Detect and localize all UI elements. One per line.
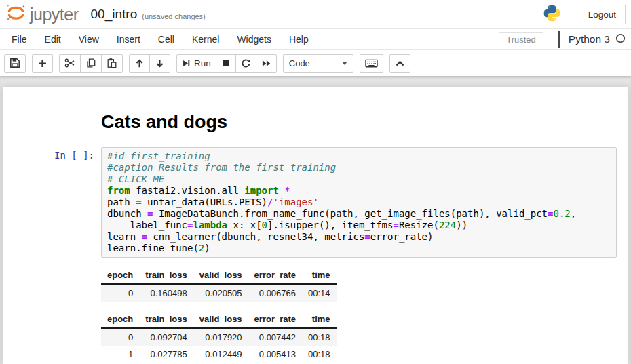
header-top-bar: jupyter 00_intro (unsaved changes) Logou… bbox=[0, 0, 631, 28]
table-cell: 0.007442 bbox=[248, 328, 302, 346]
training-results-table-1: epochtrain_lossvalid_losserror_ratetime … bbox=[101, 266, 337, 302]
restart-run-all-button[interactable] bbox=[256, 54, 277, 73]
column-header: epoch bbox=[101, 266, 139, 284]
table-cell: 00:18 bbox=[302, 328, 337, 346]
checkpoint-status: (unsaved changes) bbox=[142, 12, 206, 20]
notebook-title[interactable]: 00_intro bbox=[91, 7, 138, 22]
cell-type-dropdown[interactable]: Code bbox=[283, 54, 353, 73]
column-header: train_loss bbox=[139, 266, 193, 284]
table-header-row: epochtrain_lossvalid_losserror_ratetime bbox=[101, 266, 337, 284]
code-line[interactable]: path = untar_data(URLs.PETS)/'images' bbox=[107, 197, 613, 208]
menu-item-kernel[interactable]: Kernel bbox=[183, 29, 228, 49]
table-cell: 0.092704 bbox=[139, 328, 193, 346]
python-logo-icon bbox=[543, 4, 561, 25]
menu-item-help[interactable]: Help bbox=[280, 29, 318, 49]
paste-icon bbox=[107, 58, 117, 68]
cut-button[interactable] bbox=[59, 54, 81, 73]
code-line[interactable]: label_func=lambda x: x[0].isupper(), ite… bbox=[107, 220, 613, 231]
restart-kernel-button[interactable] bbox=[235, 54, 256, 73]
run-button[interactable]: Run bbox=[176, 54, 216, 73]
column-header: time bbox=[302, 266, 337, 284]
menu-item-edit[interactable]: Edit bbox=[36, 29, 70, 49]
interrupt-kernel-button[interactable] bbox=[216, 54, 236, 73]
copy-button[interactable] bbox=[80, 54, 102, 73]
menu-item-file[interactable]: File bbox=[3, 29, 36, 49]
column-header: time bbox=[302, 310, 337, 328]
trusted-button[interactable]: Trusted bbox=[499, 32, 543, 47]
menubar: File Edit View Insert Cell Kernel Widget… bbox=[0, 28, 631, 50]
table-cell: 0 bbox=[101, 328, 139, 346]
fast-forward-icon bbox=[261, 58, 271, 68]
collapse-toolbar-button[interactable] bbox=[389, 54, 410, 73]
column-header: valid_loss bbox=[193, 266, 248, 284]
save-icon bbox=[9, 58, 20, 68]
column-header: train_loss bbox=[139, 310, 193, 328]
notebook-header: jupyter 00_intro (unsaved changes) Logou… bbox=[0, 0, 631, 76]
training-results-table-2: epochtrain_lossvalid_losserror_ratetime … bbox=[101, 310, 337, 363]
move-cell-down-button[interactable] bbox=[149, 54, 170, 73]
column-header: valid_loss bbox=[193, 310, 248, 328]
menu-item-view[interactable]: View bbox=[70, 29, 108, 49]
table-cell: 0.027785 bbox=[139, 346, 193, 363]
jupyter-logo-icon bbox=[5, 3, 26, 26]
jupyter-wordmark: jupyter bbox=[30, 5, 79, 24]
table-row: 00.1604980.0205050.00676600:14 bbox=[101, 284, 337, 302]
page-title: Cats and dogs bbox=[101, 112, 617, 132]
input-prompt: In [ ]: bbox=[3, 147, 101, 258]
table-cell: 0.012449 bbox=[193, 346, 248, 363]
save-button[interactable] bbox=[4, 54, 26, 73]
toolbar: Run Code bbox=[0, 50, 631, 76]
notebook-site: Cats and dogs In [ ]: #id first_training… bbox=[0, 76, 631, 364]
table-cell: 00:14 bbox=[302, 284, 337, 302]
insert-cell-button[interactable] bbox=[32, 54, 53, 73]
menubar-right: Trusted Python 3 bbox=[499, 31, 626, 48]
code-line[interactable]: learn = cnn_learner(dbunch, resnet34, me… bbox=[107, 231, 613, 243]
output-prompt-1 bbox=[3, 258, 101, 302]
code-input-area[interactable]: #id first_training#caption Results from … bbox=[101, 147, 617, 258]
code-line[interactable]: from fastai2.vision.all import * bbox=[107, 185, 613, 197]
stop-icon bbox=[221, 58, 231, 68]
menu-item-cell[interactable]: Cell bbox=[149, 29, 183, 49]
arrow-up-icon bbox=[134, 58, 145, 68]
table-cell: 0.160498 bbox=[139, 284, 193, 302]
code-line[interactable]: #caption Results from the first training bbox=[107, 162, 613, 174]
table-cell: 00:18 bbox=[302, 346, 337, 363]
copy-icon bbox=[85, 58, 96, 68]
kernel-divider bbox=[558, 31, 560, 48]
keyboard-icon bbox=[365, 58, 378, 68]
column-header: error_rate bbox=[248, 266, 302, 284]
logout-button[interactable]: Logout bbox=[579, 5, 626, 24]
table-cell: 0.006766 bbox=[248, 284, 302, 302]
run-button-label: Run bbox=[194, 58, 211, 68]
code-line[interactable]: dbunch = ImageDataBunch.from_name_func(p… bbox=[107, 208, 613, 220]
code-line[interactable]: #id first_training bbox=[107, 150, 613, 162]
column-header: epoch bbox=[101, 310, 139, 328]
paste-button[interactable] bbox=[101, 54, 123, 73]
menu-list: File Edit View Insert Cell Kernel Widget… bbox=[3, 29, 318, 49]
kernel-name: Python 3 bbox=[569, 33, 610, 45]
arrow-down-icon bbox=[155, 58, 165, 68]
code-line[interactable]: learn.fine_tune(2) bbox=[107, 243, 613, 254]
output-prompt-2 bbox=[3, 302, 101, 363]
output-area-1: epochtrain_lossvalid_losserror_ratetime … bbox=[3, 258, 628, 302]
table-cell: 0 bbox=[101, 284, 139, 302]
table-header-row: epochtrain_lossvalid_losserror_ratetime bbox=[101, 310, 337, 328]
jupyter-logo[interactable]: jupyter bbox=[5, 3, 79, 26]
markdown-cell-prompt bbox=[3, 112, 101, 132]
table-cell: 1 bbox=[101, 346, 139, 363]
menu-item-insert[interactable]: Insert bbox=[108, 29, 149, 49]
move-cell-up-button[interactable] bbox=[129, 54, 150, 73]
menu-item-widgets[interactable]: Widgets bbox=[228, 29, 280, 49]
plus-icon bbox=[37, 58, 47, 68]
column-header: error_rate bbox=[248, 310, 302, 328]
cell-type-value: Code bbox=[289, 58, 310, 68]
caret-down-icon bbox=[342, 62, 347, 65]
code-line[interactable]: # CLICK ME bbox=[107, 174, 613, 185]
markdown-cell[interactable]: Cats and dogs bbox=[3, 87, 628, 132]
code-cell[interactable]: In [ ]: #id first_training#caption Resul… bbox=[3, 147, 628, 258]
step-forward-icon bbox=[182, 59, 191, 68]
command-palette-button[interactable] bbox=[360, 54, 383, 73]
table-row: 10.0277850.0124490.00541300:18 bbox=[101, 346, 337, 363]
table-cell: 0.005413 bbox=[248, 346, 302, 363]
table-cell: 0.017920 bbox=[193, 328, 248, 346]
